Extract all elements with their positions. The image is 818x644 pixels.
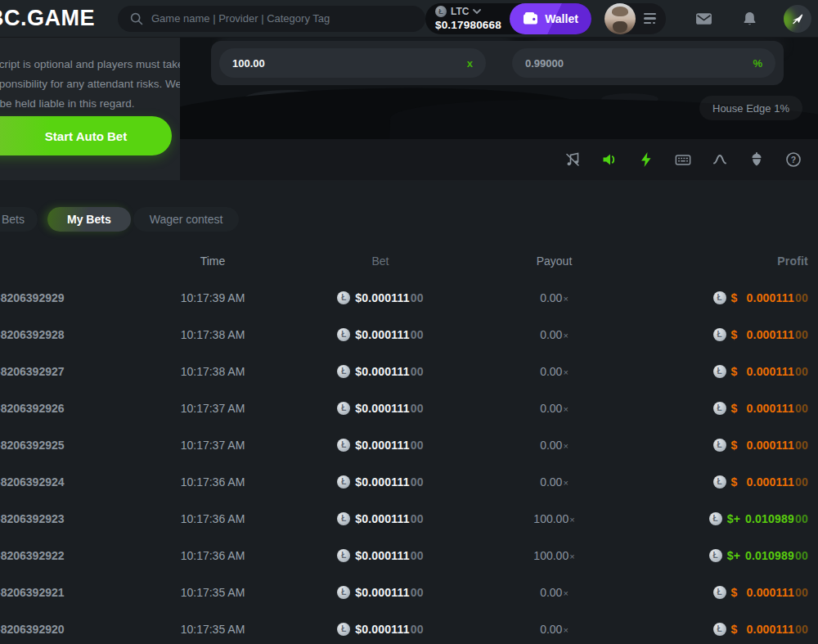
header-time: Time (131, 254, 294, 268)
hotkeys-keyboard-icon[interactable] (675, 151, 691, 168)
bet-profit: Ł $0.00011100 (642, 365, 818, 378)
site-logo[interactable]: BC.GAME (0, 6, 95, 31)
chat-toggle-icon[interactable] (784, 5, 811, 33)
bet-payout: 100.00× (466, 549, 642, 562)
trends-icon[interactable] (712, 151, 728, 168)
bet-payout: 0.00× (466, 623, 642, 636)
bet-time: 10:17:37 AM (131, 402, 294, 415)
bet-payout: 0.00× (466, 402, 642, 415)
bet-time: 10:17:35 AM (131, 586, 294, 599)
bet-table-row[interactable]: -8206392926 10:17:37 AM Ł $0.00011100 0.… (0, 390, 818, 426)
bets-section: Bets My Bets Wager contest Time Bet Payo… (0, 180, 818, 644)
bet-table-row[interactable]: -8206392923 10:17:36 AM Ł $0.00011100 10… (0, 500, 818, 537)
tab-all-bets[interactable]: Bets (0, 207, 38, 232)
profile-widget (605, 3, 666, 34)
balance-widget: Ł LTC $0.17980668 Wallet (425, 3, 591, 34)
percent-icon: % (753, 57, 762, 70)
bet-id: -8206392924 (0, 475, 131, 489)
bet-table-row[interactable]: -8206392925 10:17:37 AM Ł $0.00011100 0.… (0, 426, 818, 463)
bet-table-row[interactable]: -8206392929 10:17:39 AM Ł $0.00011100 0.… (0, 279, 818, 316)
win-chance-value: 0.99000 (525, 57, 564, 70)
bet-time: 10:17:37 AM (131, 439, 294, 452)
turbo-lightning-icon[interactable] (638, 151, 654, 168)
bet-table-row[interactable]: -8206392921 10:17:35 AM Ł $0.00011100 0.… (0, 574, 818, 610)
mail-icon[interactable] (695, 11, 712, 26)
ltc-coin-icon: Ł (337, 439, 350, 452)
bet-amount: Ł $0.00011100 (294, 328, 466, 341)
ltc-coin-icon: Ł (709, 512, 722, 525)
user-avatar[interactable] (605, 3, 636, 34)
sound-icon[interactable] (601, 151, 618, 168)
start-auto-bet-button[interactable]: Start Auto Bet (0, 116, 172, 155)
ltc-coin-icon: Ł (337, 475, 350, 489)
bet-amount: Ł $0.00011100 (294, 475, 466, 489)
ltc-coin-icon: Ł (713, 623, 726, 636)
bet-profit: Ł $0.00011100 (642, 623, 818, 636)
bet-id: -8206392925 (0, 439, 131, 452)
bet-payout: 0.00× (466, 586, 642, 599)
profile-menu-icon[interactable] (644, 13, 656, 25)
wallet-icon (523, 11, 538, 25)
game-top-section: script is optional and players must take… (0, 37, 818, 180)
bet-payout: 0.00× (466, 328, 642, 341)
bet-amount: Ł $0.00011100 (294, 623, 466, 636)
auto-bet-sidebar: script is optional and players must take… (0, 37, 180, 180)
bet-id: -8206392929 (0, 291, 131, 304)
bet-amount: Ł $0.00011100 (294, 439, 466, 452)
svg-text:?: ? (791, 155, 796, 164)
bet-payout: 0.00× (466, 291, 642, 304)
ltc-coin-icon: Ł (713, 402, 726, 415)
bet-id: -8206392928 (0, 328, 131, 341)
ltc-coin-icon: Ł (337, 328, 350, 341)
ltc-coin-icon: Ł (435, 6, 447, 17)
bet-time: 10:17:36 AM (131, 512, 294, 525)
bet-payout: 0.00× (466, 439, 642, 452)
header-payout: Payout (466, 254, 642, 268)
payout-input[interactable]: 100.00 x (219, 48, 486, 78)
search-icon (129, 11, 144, 26)
bet-id: -8206392920 (0, 623, 131, 636)
wallet-button[interactable]: Wallet (510, 3, 591, 34)
bet-profit: Ł $+0.01098900 (642, 549, 818, 562)
bet-id: -8206392926 (0, 402, 131, 415)
bet-payout: 0.00× (466, 475, 642, 489)
ltc-coin-icon: Ł (337, 512, 350, 525)
bets-tabs: Bets My Bets Wager contest (0, 207, 818, 232)
bet-amount: Ł $0.00011100 (294, 512, 466, 525)
bet-amount: Ł $0.00011100 (294, 291, 466, 304)
table-header: Time Bet Payout Profit (0, 243, 818, 279)
win-chance-input[interactable]: 0.99000 % (512, 48, 775, 78)
bet-time: 10:17:38 AM (131, 328, 294, 341)
bet-amount: Ł $0.00011100 (294, 365, 466, 378)
notification-bell-icon[interactable] (742, 11, 757, 27)
currency-selector[interactable]: Ł LTC $0.17980668 (435, 6, 510, 31)
bet-inputs-panel: 100.00 x 0.99000 % (211, 41, 784, 85)
topbar-right-group: Ł LTC $0.17980668 Wallet (425, 3, 811, 34)
bet-table-row[interactable]: -8206392920 10:17:35 AM Ł $0.00011100 0.… (0, 610, 818, 644)
bet-time: 10:17:35 AM (131, 623, 294, 636)
bet-table-row[interactable]: -8206392927 10:17:38 AM Ł $0.00011100 0.… (0, 353, 818, 390)
start-auto-bet-label: Start Auto Bet (45, 129, 127, 143)
bet-amount: Ł $0.00011100 (294, 586, 466, 599)
ltc-coin-icon: Ł (713, 586, 726, 599)
bet-profit: Ł $0.00011100 (642, 291, 818, 304)
bet-table-row[interactable]: -8206392924 10:17:36 AM Ł $0.00011100 0.… (0, 463, 818, 500)
tab-my-bets[interactable]: My Bets (47, 207, 131, 232)
search-input[interactable]: Game name | Provider | Category Tag (118, 6, 425, 32)
music-off-icon[interactable] (564, 151, 581, 168)
bet-table-row[interactable]: -8206392928 10:17:38 AM Ł $0.00011100 0.… (0, 316, 818, 353)
help-icon[interactable]: ? (785, 151, 802, 168)
header-profit: Profit (642, 254, 818, 268)
currency-code: LTC (451, 7, 469, 16)
bc-game-page: BC.GAME Game name | Provider | Category … (0, 0, 818, 644)
ltc-coin-icon: Ł (713, 365, 726, 378)
seed-acorn-icon[interactable] (748, 151, 765, 168)
tab-wager-contest[interactable]: Wager contest (133, 207, 240, 232)
bet-payout: 100.00× (466, 512, 642, 525)
ltc-coin-icon: Ł (337, 365, 350, 378)
ltc-coin-icon: Ł (709, 549, 722, 562)
bet-table-row[interactable]: -8206392922 10:17:36 AM Ł $0.00011100 10… (0, 537, 818, 574)
bet-profit: Ł $0.00011100 (642, 475, 818, 489)
bet-payout: 0.00× (466, 365, 642, 378)
bet-time: 10:17:36 AM (131, 475, 294, 489)
